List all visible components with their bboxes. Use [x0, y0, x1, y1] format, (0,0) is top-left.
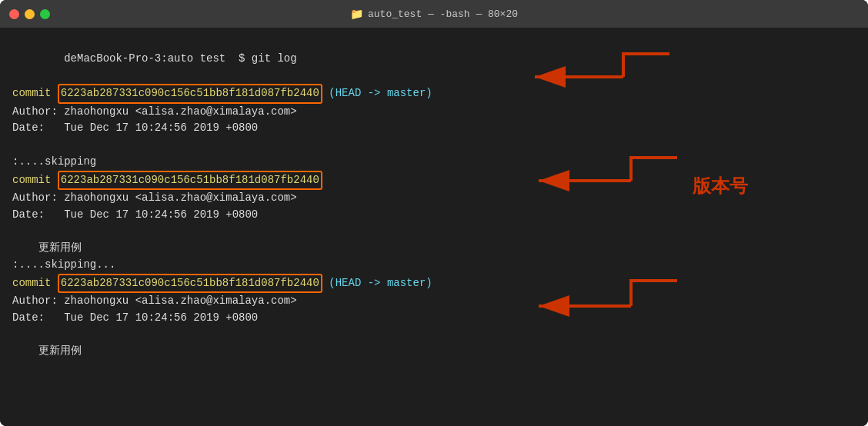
update-text-2: 更新用例	[12, 343, 856, 360]
blank-1	[12, 137, 856, 154]
prompt-text: deMacBook-Pro-3:auto test $ git log	[64, 52, 296, 65]
close-button[interactable]	[9, 9, 19, 19]
commit-word-1: commit	[12, 85, 58, 102]
maximize-button[interactable]	[40, 9, 50, 19]
date-line-3: Date: Tue Dec 17 10:24:56 2019 +0800	[12, 310, 856, 327]
title-label: auto_test — -bash — 80×20	[368, 8, 518, 20]
blank-2	[12, 224, 856, 241]
terminal-window: 📁 auto_test — -bash — 80×20 deMacBook-Pr…	[0, 0, 868, 426]
update-text-1: 更新用例	[12, 240, 856, 257]
titlebar: 📁 auto_test — -bash — 80×20	[0, 0, 868, 28]
commit-word-3: commit	[12, 275, 58, 292]
window-container: 📁 auto_test — -bash — 80×20 deMacBook-Pr…	[0, 0, 868, 426]
head-ref-3: (HEAD -> master)	[322, 275, 432, 292]
author-line-2: Author: zhaohongxu <alisa.zhao@ximalaya.…	[12, 190, 856, 207]
commit-line-1: commit 6223ab287331c090c156c51bb8f181d08…	[12, 84, 856, 104]
skipping-line-1: :....skipping	[12, 154, 856, 171]
skipping-line-2: :....skipping...	[12, 257, 856, 274]
prompt-line: deMacBook-Pro-3:auto test $ git log	[12, 34, 856, 84]
commit-hash-box-2: 6223ab287331c090c156c51bb8f181d087fb2440	[58, 171, 322, 191]
commit-line-3: commit 6223ab287331c090c156c51bb8f181d08…	[12, 274, 856, 294]
terminal-body[interactable]: deMacBook-Pro-3:auto test $ git log comm…	[0, 28, 868, 426]
window-title: 📁 auto_test — -bash — 80×20	[350, 8, 518, 21]
traffic-lights	[9, 9, 50, 19]
date-line-2: Date: Tue Dec 17 10:24:56 2019 +0800	[12, 207, 856, 224]
commit-word-2: commit	[12, 172, 58, 189]
author-line-1: Author: zhaohongxu <alisa.zhao@ximalaya.…	[12, 104, 856, 121]
commit-line-2: commit 6223ab287331c090c156c51bb8f181d08…	[12, 171, 856, 191]
commit-hash-box-3: 6223ab287331c090c156c51bb8f181d087fb2440	[58, 274, 322, 294]
folder-icon: 📁	[350, 8, 363, 21]
date-line-1: Date: Tue Dec 17 10:24:56 2019 +0800	[12, 120, 856, 137]
commit-hash-box-1: 6223ab287331c090c156c51bb8f181d087fb2440	[58, 84, 322, 104]
minimize-button[interactable]	[25, 9, 35, 19]
author-line-3: Author: zhaohongxu <alisa.zhao@ximalaya.…	[12, 293, 856, 310]
blank-3	[12, 327, 856, 344]
head-ref-1: (HEAD -> master)	[322, 85, 432, 102]
